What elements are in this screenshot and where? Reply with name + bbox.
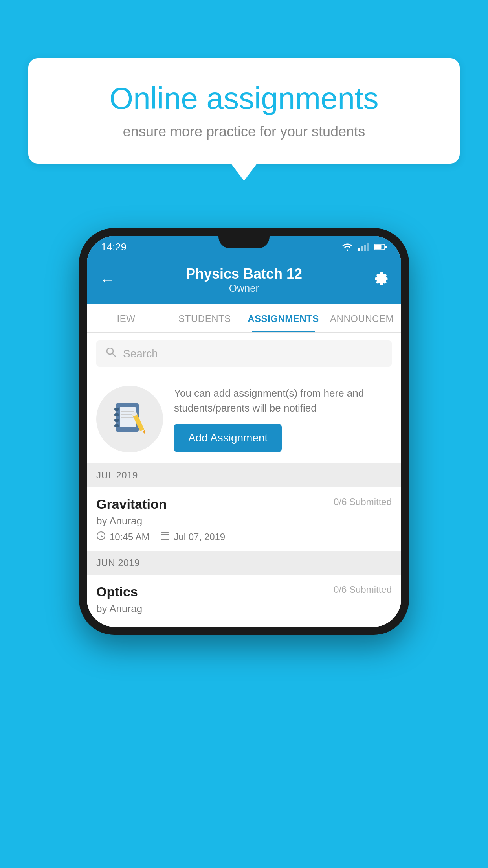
promo-section: You can add assignment(s) from here and … <box>87 375 401 463</box>
phone-notch <box>218 236 270 248</box>
search-bar[interactable]: Search <box>96 340 392 367</box>
svg-marker-19 <box>143 430 147 435</box>
speech-bubble-title: Online assignments <box>56 82 432 116</box>
svg-rect-1 <box>361 246 363 251</box>
header-title: Physics Batch 12 <box>123 266 365 282</box>
svg-rect-13 <box>114 424 119 427</box>
phone-wrapper: 14:29 <box>79 228 409 635</box>
svg-rect-3 <box>367 243 369 251</box>
header-subtitle: Owner <box>123 282 365 294</box>
section-header-jul: JUL 2019 <box>87 463 401 487</box>
battery-icon <box>374 243 387 250</box>
tab-assignments[interactable]: ASSIGNMENTS <box>244 304 323 332</box>
app-header: ← Physics Batch 12 Owner <box>87 258 401 304</box>
tab-students[interactable]: STUDENTS <box>165 304 244 332</box>
assignment-time: 10:45 AM <box>96 531 149 543</box>
promo-icon-circle <box>96 386 163 452</box>
signal-icon <box>358 243 369 251</box>
assignment-item-header: Gravitation 0/6 Submitted <box>96 497 392 512</box>
add-assignment-button[interactable]: Add Assignment <box>174 424 282 452</box>
phone-body: 14:29 <box>79 228 409 635</box>
calendar-icon <box>160 531 170 543</box>
speech-bubble-container: Online assignments ensure more practice … <box>28 58 460 164</box>
optics-submitted: 0/6 Submitted <box>334 584 392 595</box>
assignment-date: Jul 07, 2019 <box>160 531 225 543</box>
assignment-item-gravitation[interactable]: Gravitation 0/6 Submitted by Anurag <box>87 487 401 551</box>
settings-button[interactable] <box>365 271 389 289</box>
svg-rect-0 <box>358 248 360 251</box>
tab-iew[interactable]: IEW <box>87 304 165 332</box>
notebook-icon <box>112 401 147 437</box>
promo-description: You can add assignment(s) from here and … <box>174 386 392 416</box>
status-time: 14:29 <box>101 241 127 253</box>
tab-bar: IEW STUDENTS ASSIGNMENTS ANNOUNCEM <box>87 304 401 333</box>
assignment-submitted: 0/6 Submitted <box>334 497 392 508</box>
svg-line-8 <box>112 353 116 357</box>
optics-by: by Anurag <box>96 603 392 615</box>
svg-rect-11 <box>114 413 119 416</box>
optics-title: Optics <box>96 584 138 600</box>
phone-screen: 14:29 <box>87 236 401 627</box>
svg-line-23 <box>101 536 103 537</box>
svg-rect-12 <box>114 419 119 422</box>
svg-rect-5 <box>374 245 382 249</box>
back-button[interactable]: ← <box>99 271 123 289</box>
speech-bubble: Online assignments ensure more practice … <box>28 58 460 164</box>
assignment-meta: 10:45 AM Jul 07, 2019 <box>96 531 392 543</box>
assignment-by: by Anurag <box>96 515 392 527</box>
assignment-item-optics-header: Optics 0/6 Submitted <box>96 584 392 600</box>
svg-rect-10 <box>114 408 119 411</box>
header-title-container: Physics Batch 12 Owner <box>123 266 365 294</box>
search-icon <box>106 347 117 360</box>
svg-rect-14 <box>120 407 136 427</box>
clock-icon <box>96 531 106 543</box>
search-container: Search <box>87 333 401 375</box>
assignment-item-optics[interactable]: Optics 0/6 Submitted by Anurag <box>87 575 401 627</box>
search-input-placeholder: Search <box>123 348 158 360</box>
tab-announcements[interactable]: ANNOUNCEM <box>323 304 401 332</box>
section-header-jun: JUN 2019 <box>87 551 401 575</box>
assignment-title: Gravitation <box>96 497 167 512</box>
promo-content: You can add assignment(s) from here and … <box>174 386 392 452</box>
svg-rect-24 <box>161 533 169 540</box>
svg-rect-2 <box>364 245 366 251</box>
speech-bubble-subtitle: ensure more practice for your students <box>56 123 432 140</box>
status-icons <box>341 243 387 251</box>
wifi-icon <box>341 243 353 251</box>
svg-rect-6 <box>385 246 387 248</box>
